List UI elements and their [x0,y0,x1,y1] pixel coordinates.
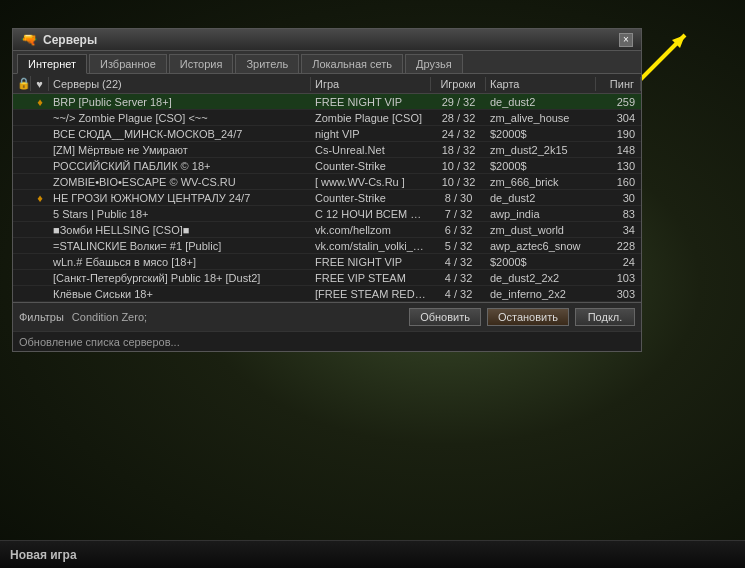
status-bar: Обновление списка серверов... [13,331,641,351]
title-bar: 🔫 Серверы × [13,29,641,51]
server-list-container: 🔒 ♥ Серверы (22) Игра Игроки Карта Пинг … [13,74,641,302]
connect-button[interactable]: Подкл. [575,308,635,326]
server-game: night VIP [311,128,431,140]
table-row[interactable]: ~~/> Zombie Plague [CSO] <~~ Zombie Plag… [13,110,641,126]
tabs-bar: Интернет Избранное История Зритель Локал… [13,51,641,74]
server-ping: 148 [596,144,641,156]
server-map: de_inferno_2x2 [486,288,596,300]
server-game: [ www.WV-Cs.Ru ] [311,176,431,188]
tab-lan[interactable]: Локальная сеть [301,54,403,73]
table-row[interactable]: ♦ НЕ ГРОЗИ ЮЖНОМУ ЦЕНТРАЛУ 24/7 Counter-… [13,190,641,206]
server-map: de_dust2 [486,96,596,108]
server-rows[interactable]: ♦ BRP [Public Server 18+] FREE NIGHT VIP… [13,94,641,302]
column-headers: 🔒 ♥ Серверы (22) Игра Игроки Карта Пинг [13,74,641,94]
server-fav: ♦ [31,192,49,204]
server-map: $2000$ [486,160,596,172]
taskbar-new-game[interactable]: Новая игра [10,548,77,562]
col-name-header[interactable]: Серверы (22) [49,77,311,91]
server-game: vk.com/stalin_volki_s... [311,240,431,252]
server-players: 8 / 30 [431,192,486,204]
server-players: 28 / 32 [431,112,486,124]
bottom-controls: Фильтры Condition Zero; Обновить Останов… [13,302,641,331]
server-map: de_dust2 [486,192,596,204]
server-map: zm_alive_house [486,112,596,124]
server-name: Клёвые Сиськи 18+ [49,288,311,300]
table-row[interactable]: 5 Stars | Public 18+ С 12 НОЧИ ВСЕМ VIP … [13,206,641,222]
server-players: 29 / 32 [431,96,486,108]
table-row[interactable]: wLn.# Ебашься в мясо [18+] FREE NIGHT VI… [13,254,641,270]
filter-value: Condition Zero; [72,311,147,323]
server-name: РОССИЙСКИЙ ПАБЛИК © 18+ [49,160,311,172]
table-row[interactable]: Клёвые Сиськи 18+ [FREE STEAM RED VIP 4 … [13,286,641,302]
table-row[interactable]: [ZM] Мёртвые не Умирают Cs-Unreal.Net 18… [13,142,641,158]
server-map: awp_aztec6_snow [486,240,596,252]
server-players: 10 / 32 [431,160,486,172]
server-fav: ♦ [31,96,49,108]
table-row[interactable]: ■Зомби HELLSING [CSO]■ vk.com/hellzom 6 … [13,222,641,238]
window-title: Серверы [43,33,97,47]
server-game: Counter-Strike [311,160,431,172]
server-ping: 228 [596,240,641,252]
server-name: =STALINСКИЕ Волки= #1 [Public] [49,240,311,252]
status-text: Обновление списка серверов... [19,336,180,348]
tab-friends[interactable]: Друзья [405,54,463,73]
server-game: Cs-Unreal.Net [311,144,431,156]
servers-dialog: 🔫 Серверы × Интернет Избранное История З… [12,28,642,352]
table-row[interactable]: ВСЕ СЮДА__МИНСК-МОСКОВ_24/7 night VIP 24… [13,126,641,142]
server-ping: 303 [596,288,641,300]
server-name: BRP [Public Server 18+] [49,96,311,108]
tab-history[interactable]: История [169,54,234,73]
server-ping: 30 [596,192,641,204]
server-players: 4 / 32 [431,288,486,300]
server-game: [FREE STEAM RED VIP [311,288,431,300]
server-name: ZOMBIE•BIO•ESCAPE © WV-CS.RU [49,176,311,188]
tab-internet[interactable]: Интернет [17,54,87,74]
server-game: Counter-Strike [311,192,431,204]
server-players: 10 / 32 [431,176,486,188]
close-button[interactable]: × [619,33,633,47]
table-row[interactable]: ♦ BRP [Public Server 18+] FREE NIGHT VIP… [13,94,641,110]
stop-button[interactable]: Остановить [487,308,569,326]
server-game: FREE NIGHT VIP [311,96,431,108]
server-ping: 160 [596,176,641,188]
col-ping-header[interactable]: Пинг [596,77,641,91]
table-row[interactable]: =STALINСКИЕ Волки= #1 [Public] vk.com/st… [13,238,641,254]
col-game-header[interactable]: Игра [311,77,431,91]
window-icon: 🔫 [21,32,37,47]
table-row[interactable]: РОССИЙСКИЙ ПАБЛИК © 18+ Counter-Strike 1… [13,158,641,174]
col-map-header[interactable]: Карта [486,77,596,91]
server-map: zm_666_brick [486,176,596,188]
taskbar: Новая игра [0,540,745,568]
server-name: ■Зомби HELLSING [CSO]■ [49,224,311,236]
server-players: 7 / 32 [431,208,486,220]
col-players-header[interactable]: Игроки [431,77,486,91]
server-name: [Санкт-Петербургский] Public 18+ [Dust2] [49,272,311,284]
table-row[interactable]: [Санкт-Петербургский] Public 18+ [Dust2]… [13,270,641,286]
server-name: НЕ ГРОЗИ ЮЖНОМУ ЦЕНТРАЛУ 24/7 [49,192,311,204]
server-ping: 24 [596,256,641,268]
server-ping: 259 [596,96,641,108]
server-ping: 130 [596,160,641,172]
server-map: $2000$ [486,128,596,140]
server-map: zm_dust_world [486,224,596,236]
col-lock-header[interactable]: 🔒 [13,76,31,91]
server-game: vk.com/hellzom [311,224,431,236]
col-fav-header[interactable]: ♥ [31,77,49,91]
server-players: 5 / 32 [431,240,486,252]
server-players: 18 / 32 [431,144,486,156]
server-name: ВСЕ СЮДА__МИНСК-МОСКОВ_24/7 [49,128,311,140]
server-players: 4 / 32 [431,256,486,268]
tab-spectator[interactable]: Зритель [235,54,299,73]
server-game: FREE NIGHT VIP [311,256,431,268]
server-map: zm_dust2_2k15 [486,144,596,156]
server-map: awp_india [486,208,596,220]
tab-favorites[interactable]: Избранное [89,54,167,73]
server-map: $2000$ [486,256,596,268]
server-name: ~~/> Zombie Plague [CSO] <~~ [49,112,311,124]
refresh-button[interactable]: Обновить [409,308,481,326]
table-row[interactable]: ZOMBIE•BIO•ESCAPE © WV-CS.RU [ www.WV-Cs… [13,174,641,190]
server-ping: 190 [596,128,641,140]
server-game: Zombie Plague [CSO] [311,112,431,124]
server-players: 4 / 32 [431,272,486,284]
server-ping: 34 [596,224,641,236]
